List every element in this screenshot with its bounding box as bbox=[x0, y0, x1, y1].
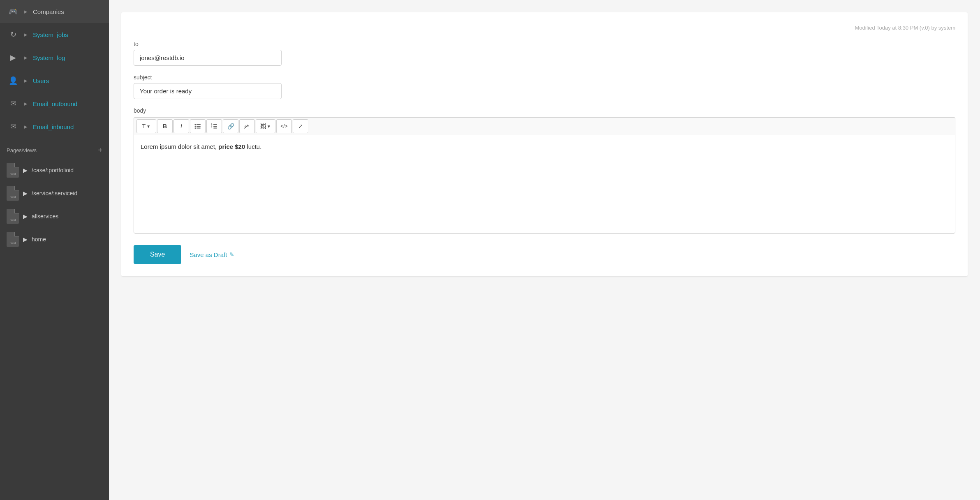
save-draft-button[interactable]: Save as Draft ✎ bbox=[190, 251, 234, 258]
sidebar-item-system-jobs[interactable]: ↻ ▶ System_jobs bbox=[0, 23, 109, 46]
toolbar-link-button[interactable]: 🔗 bbox=[223, 119, 238, 133]
sidebar-page-allservices[interactable]: html ▶ allservices bbox=[0, 205, 109, 228]
toolbar-bold-button[interactable]: B bbox=[157, 119, 173, 133]
svg-text:3.: 3. bbox=[211, 127, 213, 129]
save-draft-label: Save as Draft bbox=[190, 251, 227, 258]
body-text-after: luctu. bbox=[245, 143, 261, 150]
users-icon: 👤 bbox=[7, 74, 20, 87]
chevron-icon: ▶ bbox=[23, 190, 28, 197]
toolbar-fullscreen-button[interactable]: ⤢ bbox=[293, 119, 308, 133]
companies-icon: 🎮 bbox=[7, 5, 20, 18]
sidebar-item-users[interactable]: 👤 ▶ Users bbox=[0, 69, 109, 92]
svg-rect-3 bbox=[196, 126, 201, 127]
sidebar-item-label: Users bbox=[33, 77, 49, 84]
form-container: Modified Today at 8:30 PM (v.0) by syste… bbox=[121, 12, 968, 276]
save-button[interactable]: Save bbox=[134, 245, 181, 264]
svg-rect-1 bbox=[196, 124, 201, 125]
body-text-bold: price $20 bbox=[218, 143, 245, 150]
body-editor[interactable]: Lorem ipsum dolor sit amet, price $20 lu… bbox=[134, 135, 955, 234]
toolbar-ordered-list-button[interactable]: 1.2.3. bbox=[206, 119, 222, 133]
to-field-group: to bbox=[134, 41, 955, 66]
to-input[interactable] bbox=[134, 50, 282, 66]
svg-rect-5 bbox=[196, 128, 201, 129]
body-field-group: body T ▼ B I 1.2.3. 🔗 bbox=[134, 107, 955, 234]
editor-toolbar: T ▼ B I 1.2.3. 🔗 bbox=[134, 117, 955, 135]
chevron-icon: ▶ bbox=[24, 78, 27, 83]
page-icon: html bbox=[7, 232, 19, 247]
sidebar: 🎮 ▶ Companies ↻ ▶ System_jobs ▶ ▶ System… bbox=[0, 0, 109, 500]
sidebar-item-label: System_log bbox=[33, 54, 65, 61]
external-link-icon: ✎ bbox=[229, 251, 234, 258]
page-icon: html bbox=[7, 163, 19, 178]
system-log-icon: ▶ bbox=[7, 51, 20, 64]
sidebar-item-email-outbound[interactable]: ✉ ▶ Email_outbound bbox=[0, 92, 109, 115]
chevron-icon: ▶ bbox=[24, 9, 27, 14]
page-label: home bbox=[32, 236, 46, 243]
chevron-icon: ▶ bbox=[24, 32, 27, 37]
sidebar-item-label: Companies bbox=[33, 8, 64, 15]
sidebar-divider bbox=[0, 140, 109, 140]
system-jobs-icon: ↻ bbox=[7, 28, 20, 41]
sidebar-page-service[interactable]: html ▶ /service/:serviceid bbox=[0, 182, 109, 205]
chevron-icon: ▶ bbox=[23, 167, 28, 174]
svg-point-4 bbox=[195, 127, 196, 129]
sidebar-item-label: Email_outbound bbox=[33, 100, 77, 107]
sidebar-page-home[interactable]: html ▶ home bbox=[0, 228, 109, 251]
chevron-icon: ▶ bbox=[23, 213, 28, 220]
sidebar-item-companies[interactable]: 🎮 ▶ Companies bbox=[0, 0, 109, 23]
svg-rect-11 bbox=[213, 128, 217, 129]
svg-rect-7 bbox=[213, 124, 217, 125]
chevron-icon: ▶ bbox=[24, 55, 27, 60]
toolbar-code-button[interactable]: </> bbox=[276, 119, 292, 133]
sidebar-page-case[interactable]: html ▶ /case/:portfolioid bbox=[0, 159, 109, 182]
modified-info: Modified Today at 8:30 PM (v.0) by syste… bbox=[134, 25, 955, 31]
svg-point-0 bbox=[195, 124, 196, 125]
form-actions: Save Save as Draft ✎ bbox=[134, 245, 955, 264]
svg-rect-9 bbox=[213, 126, 217, 127]
pages-views-header: Pages/views + bbox=[0, 142, 109, 159]
chevron-icon: ▶ bbox=[24, 124, 27, 130]
toolbar-italic-button[interactable]: I bbox=[173, 119, 189, 133]
sidebar-item-email-inbound[interactable]: ✉ ▶ Email_inbound bbox=[0, 115, 109, 138]
sidebar-item-label: Email_inbound bbox=[33, 123, 74, 130]
email-inbound-icon: ✉ bbox=[7, 120, 20, 133]
add-page-button[interactable]: + bbox=[98, 146, 102, 155]
toolbar-image-button[interactable]: 🖼 ▼ bbox=[256, 119, 275, 133]
pages-views-label: Pages/views bbox=[7, 147, 37, 153]
subject-input[interactable] bbox=[134, 83, 282, 99]
sidebar-item-system-log[interactable]: ▶ ▶ System_log bbox=[0, 46, 109, 69]
page-label: /service/:serviceid bbox=[32, 190, 77, 197]
subject-label: subject bbox=[134, 74, 955, 81]
chevron-icon: ▶ bbox=[24, 101, 27, 106]
body-text-before: Lorem ipsum dolor sit amet, bbox=[141, 143, 218, 150]
page-label: /case/:portfolioid bbox=[32, 167, 74, 174]
svg-point-2 bbox=[195, 126, 196, 127]
page-icon: html bbox=[7, 209, 19, 224]
page-label: allservices bbox=[32, 213, 58, 220]
subject-field-group: subject bbox=[134, 74, 955, 99]
to-label: to bbox=[134, 41, 955, 47]
email-outbound-icon: ✉ bbox=[7, 97, 20, 110]
toolbar-text-button[interactable]: T ▼ bbox=[136, 119, 156, 133]
body-label: body bbox=[134, 107, 955, 114]
toolbar-unlink-button[interactable] bbox=[239, 119, 255, 133]
toolbar-unordered-list-button[interactable] bbox=[190, 119, 206, 133]
main-content: Modified Today at 8:30 PM (v.0) by syste… bbox=[109, 0, 980, 500]
sidebar-item-label: System_jobs bbox=[33, 31, 68, 38]
page-icon: html bbox=[7, 186, 19, 201]
chevron-icon: ▶ bbox=[23, 236, 28, 243]
